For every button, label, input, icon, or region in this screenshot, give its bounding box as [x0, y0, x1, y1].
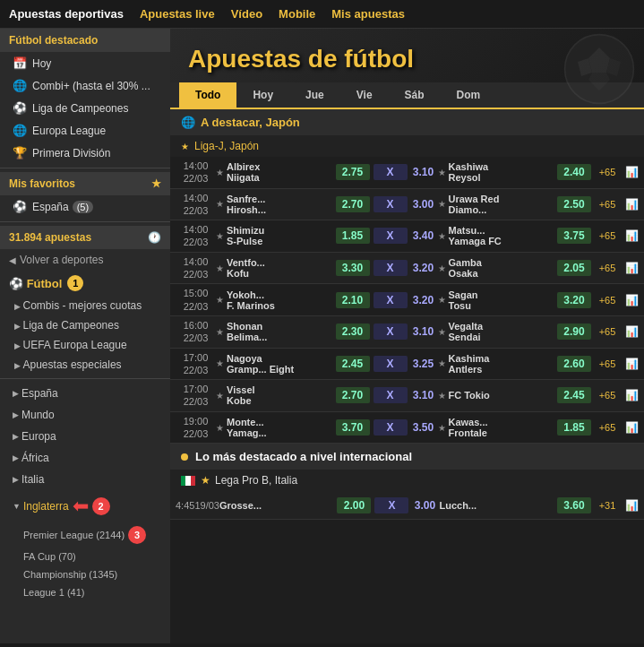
tab-vie[interactable]: Vie [340, 82, 389, 108]
match-star-icon: ★ [216, 327, 224, 337]
intl-section-header: Lo más destacado a nivel internacional [170, 444, 644, 470]
more-bets[interactable]: +65 [593, 326, 622, 337]
tab-sab[interactable]: Sáb [389, 82, 441, 108]
odds-2[interactable]: 2.90 [557, 324, 591, 340]
more-bets[interactable]: +65 [593, 295, 622, 306]
bar-chart-icon[interactable]: 📊 [625, 325, 639, 338]
sidebar-region-mundo[interactable]: Mundo [0, 404, 170, 426]
league-star-icon: ★ [181, 142, 189, 151]
odds-x[interactable]: X [374, 324, 408, 340]
italy-star-icon: ★ [201, 474, 210, 487]
more-bets[interactable]: +65 [593, 230, 622, 241]
odds-x[interactable]: X [374, 228, 408, 244]
odds-2[interactable]: 3.20 [557, 292, 591, 308]
away-teams: Matsu...Yamaga FC [449, 225, 556, 246]
more-bets[interactable]: +65 [593, 263, 622, 273]
odds-2[interactable]: 2.05 [557, 260, 591, 276]
sidebar-region-africa[interactable]: África [0, 447, 170, 469]
odds-1[interactable]: 2.45 [336, 356, 370, 372]
match-time: 14:0022/03 [176, 255, 216, 281]
trophy-icon: 🏆 [13, 146, 27, 160]
sidebar-item-hoy[interactable]: 📅 Hoy [0, 52, 170, 74]
odds-x[interactable]: X [374, 292, 408, 308]
odds-x[interactable]: X [374, 387, 408, 403]
odds-2[interactable]: 1.85 [557, 419, 591, 436]
away-teams: SaganTosu [449, 289, 556, 311]
sidebar-item-primera-division[interactable]: 🏆 Primera División [0, 142, 170, 164]
match-time: 19:0022/03 [176, 415, 216, 441]
sidebar-item-europa-league[interactable]: 🌐 Europa League [0, 119, 170, 142]
odds-x[interactable]: X [374, 419, 408, 436]
odds-1[interactable]: 2.70 [336, 387, 370, 403]
odds-x[interactable]: X [374, 356, 408, 372]
more-bets[interactable]: +65 [593, 358, 622, 369]
sidebar-sub-liga-camp[interactable]: Liga de Campeones [0, 315, 170, 335]
odds-1[interactable]: 3.70 [336, 419, 370, 436]
odds-x[interactable]: X [374, 260, 408, 276]
odds-x[interactable]: X [374, 497, 408, 513]
away-star-icon: ★ [438, 199, 446, 209]
odds-2[interactable]: 3.75 [557, 228, 591, 244]
tab-hoy[interactable]: Hoy [236, 82, 289, 108]
match-star-icon: ★ [216, 295, 224, 305]
odds-2[interactable]: 2.40 [557, 164, 591, 180]
sidebar-item-espana[interactable]: ⚽ España (5) [0, 195, 170, 218]
odds-x[interactable]: X [374, 196, 408, 212]
sidebar-sub-combis[interactable]: Combis - mejores cuotas [0, 296, 170, 315]
bar-chart-icon[interactable]: 📊 [625, 198, 639, 211]
nav-mobile[interactable]: Mobile [279, 7, 315, 21]
odds-2[interactable]: 2.45 [557, 387, 591, 403]
more-bets[interactable]: +65 [593, 390, 622, 401]
nav-apuestas-live[interactable]: Apuestas live [140, 7, 215, 21]
bar-chart-icon[interactable]: 📊 [625, 499, 639, 512]
odds-2[interactable]: 2.60 [557, 356, 591, 372]
tab-jue[interactable]: Jue [289, 82, 340, 108]
nav-video[interactable]: Vídeo [231, 7, 262, 21]
odds-1[interactable]: 3.30 [336, 260, 370, 276]
sidebar-sub-uefa[interactable]: UEFA Europa League [0, 335, 170, 355]
odds-1[interactable]: 2.30 [336, 324, 370, 340]
odds-1[interactable]: 2.75 [336, 164, 370, 180]
odds-1[interactable]: 2.00 [337, 497, 371, 513]
bar-chart-icon[interactable]: 📊 [625, 229, 639, 242]
sidebar-sub-especiales[interactable]: Apuestas especiales [0, 355, 170, 375]
sidebar-league-premier[interactable]: Premier League (2144) 3 [0, 522, 170, 548]
bar-chart-icon[interactable]: 📊 [625, 421, 639, 434]
more-bets[interactable]: +31 [593, 500, 622, 511]
page-title: Apuestas de fútbol [188, 45, 626, 73]
more-bets[interactable]: +65 [593, 199, 622, 210]
odds-2[interactable]: 3.60 [557, 497, 591, 513]
nav-apuestas-deportivas[interactable]: Apuestas deportivas [9, 7, 124, 21]
sidebar-item-combi[interactable]: 🌐 Combi+ (hasta el 30% ... [0, 74, 170, 97]
globe-section-icon: 🌐 [181, 116, 195, 129]
sidebar-league-facup[interactable]: FA Cup (70) [0, 548, 170, 565]
main-header: Apuestas de fútbol [170, 29, 644, 82]
sidebar-region-inglaterra[interactable]: Inglaterra ⬅ 2 [0, 490, 170, 522]
sidebar-back[interactable]: Volver a deportes [0, 249, 170, 271]
odds-1[interactable]: 1.85 [336, 228, 370, 244]
tab-todo[interactable]: Todo [179, 82, 236, 108]
sidebar-league-championship[interactable]: Championship (1345) [0, 565, 170, 583]
nav-mis-apuestas[interactable]: Mis apuestas [331, 7, 405, 21]
sidebar-league-league1[interactable]: League 1 (41) [0, 583, 170, 601]
odds-2[interactable]: 2.50 [557, 196, 591, 212]
sidebar-sport-futbol[interactable]: ⚽ Fútbol 1 [0, 271, 170, 296]
bar-chart-icon[interactable]: 📊 [625, 389, 639, 401]
sidebar-region-espana[interactable]: España [0, 383, 170, 404]
sidebar-region-europa[interactable]: Europa [0, 426, 170, 447]
more-bets[interactable]: +65 [593, 167, 622, 177]
odds-1[interactable]: 2.70 [336, 196, 370, 212]
bar-chart-icon[interactable]: 📊 [625, 358, 639, 370]
odds-1[interactable]: 2.10 [336, 292, 370, 308]
odds-x-val: 3.10 [409, 389, 438, 401]
sidebar-item-liga-campeones[interactable]: ⚽ Liga de Campeones [0, 97, 170, 119]
match-row: 14:0022/03 ★ ShimizuS-Pulse 1.85 X 3.40 … [170, 220, 644, 253]
odds-x[interactable]: X [374, 164, 408, 180]
more-bets[interactable]: +65 [593, 422, 622, 433]
tab-dom[interactable]: Dom [441, 82, 497, 108]
match-teams: ShonanBelima... [227, 321, 334, 342]
sidebar-region-italia[interactable]: Italia [0, 469, 170, 490]
bar-chart-icon[interactable]: 📊 [625, 294, 639, 306]
bar-chart-icon[interactable]: 📊 [625, 166, 639, 178]
bar-chart-icon[interactable]: 📊 [625, 262, 639, 274]
